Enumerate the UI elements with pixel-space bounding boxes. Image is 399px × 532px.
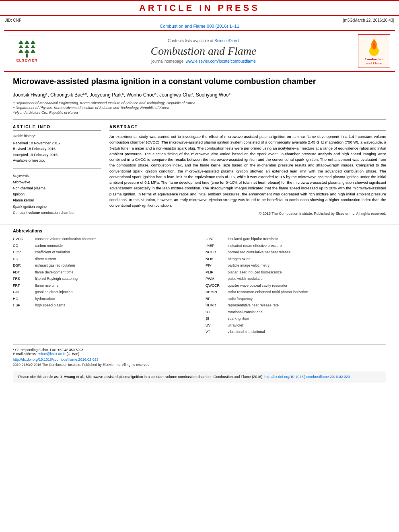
abbrev-code-nox: NOx [206,257,228,262]
affiliation-1: ᵃ Department of Mechanical Engineering, … [13,101,386,105]
divider-info [13,168,101,169]
abbrev-code-egr: EGR [13,263,35,269]
abstract-text: An experimental study was carried out to… [109,134,386,208]
journal-title: Combustion and Flame [49,45,358,58]
abbrev-code-qwccr: QWCCR [206,283,228,289]
abbrev-desc-co: carbon monoxide [35,243,193,249]
abbrev-si: SI spark ignition [206,316,386,322]
abbrev-desc-uv: ultraviolet [228,323,386,329]
issn-line: 0010-2180/© 2016 The Combustion Institut… [13,363,386,367]
abbrev-desc-hc: hydrocarbon [35,296,193,302]
abbreviations-right-col: IGBT insulated gate bipolar transistor I… [206,236,386,336]
abbrev-qwccr: QWCCR quarter wave coaxial cavity resona… [206,283,386,289]
abbrev-fdt: FDT flame development time [13,270,193,275]
homepage-link[interactable]: www.elsevier.com/locate/combustflame [186,59,256,64]
abbrev-desc-pwm: pulse width modulation [228,276,386,282]
abbrev-code-dc: DC [13,257,35,262]
abbrev-desc-plif: planar laser induced fluorescence [228,270,386,275]
abbrev-desc-vt: vibrational-translational [228,329,386,335]
abbrev-desc-si: spark ignition [228,316,386,322]
date-received: Received 10 November 2015 [13,140,101,146]
abbrev-desc-piv: particle image velocimetry [228,263,386,269]
keyword-5: Spark ignition engine [13,204,101,210]
contents-text: Contents lists available at [168,39,213,43]
abbrev-desc-egr: exhaust gas recirculation [35,263,193,269]
main-content: Microwave-assisted plasma ignition in a … [0,76,399,216]
abbrev-code-gdi: GDI [13,290,35,295]
contents-available-line: Contents lists available at ScienceDirec… [49,39,358,43]
abbrev-cov: COV coefficient of variation [13,250,193,255]
abbrev-code-cvcc: CVCC [13,236,35,242]
article-in-press-banner: ARTICLE IN PRESS [0,0,399,16]
abbrev-desc-rhrr: representative heat release rate [228,303,386,308]
abbreviations-left-col: CVCC constant volume combustion chamber … [13,236,193,336]
homepage-line: journal homepage: www.elsevier.com/locat… [49,59,358,64]
abbrev-code-pwm: PWM [206,276,228,282]
jid-left: JID: CNF [5,18,21,23]
abbrev-code-fdt: FDT [13,270,35,275]
abbrev-uv: UV ultraviolet [206,323,386,329]
keywords-list: Microwave Non-thermal plasma Ignition Fl… [13,179,101,216]
abbrev-rhrr: RHRR representative heat release rate [206,303,386,308]
journal-logo-flame-svg [366,37,382,57]
abbrev-gdi: GDI gasoline direct injection [13,290,193,295]
abbrev-frs: FRS filtered Rayleigh scattering [13,276,193,282]
abstract-title: ABSTRACT [109,125,386,131]
abbrev-code-si: SI [206,316,228,322]
journal-ref-text: Combustion and Flame 000 (2016) 1–11 [160,24,239,29]
journal-logo-text-line1: Combustion [364,57,383,61]
doi-link[interactable]: http://dx.doi.org/10.1016/j.combustflame… [13,357,386,362]
jid-right: [m5G;March 22, 2016;20:43] [343,18,394,23]
abbrev-code-frs: FRS [13,276,35,282]
abbrev-desc-gdi: gasoline direct injection [35,290,193,295]
abbrev-code-co: CO [13,243,35,249]
authors-line: Joonsik Hwangᵃ, Choongsik Baeᵃ*, Jooyoun… [13,91,386,99]
abbrev-desc-cov: coefficient of variation [35,250,193,255]
abbrev-pwm: PWM pulse width modulation [206,276,386,282]
email-address-link[interactable]: csbae@kaist.ac.kr [37,352,66,356]
abbrev-desc-rf: radio frequency [228,296,386,302]
abbrev-code-vt: VT [206,329,228,335]
header-center: Contents lists available at ScienceDirec… [49,39,358,64]
cite-doi-link[interactable]: http://dx.doi.org/10.1016/j.combustflame… [264,375,350,379]
abbrev-code-rempi: REMPI [206,290,228,295]
abbrev-desc-frt: flame rise time [35,283,193,289]
keywords-label: Keywords: [13,174,101,178]
keyword-3: Ignition [13,191,101,197]
abbrev-hc: HC hydrocarbon [13,296,193,302]
article-info-title: ARTICLE INFO [13,125,101,131]
abbrev-dc: DC direct current [13,257,193,262]
elsevier-logo-image: ELSEVIER [9,35,45,67]
abbrev-frt: FRT flame rise time [13,283,193,289]
sciencedirect-link[interactable]: ScienceDirect [214,39,239,43]
corresponding-note: * Corresponding author. Fax: +82 42 350 … [13,348,386,356]
journal-reference-line: Combustion and Flame 000 (2016) 1–11 [0,24,399,29]
email-label: E-mail address: [13,352,37,356]
abbrev-desc-igbt: insulated gate bipolar transistor [228,236,386,242]
abbrev-desc-hsp: high speed plasma [35,303,193,308]
journal-logo-text-line2: and Flame [366,61,383,65]
abbrev-desc-cvcc: constant volume combustion chamber [35,236,193,242]
abbreviations-title: Abbreviations [13,228,386,233]
abbrev-rf: RF radio frequency [206,296,386,302]
divider-1 [13,119,386,120]
homepage-text: journal homepage: [151,59,185,64]
elsevier-logo: ELSEVIER [9,35,49,67]
abbrev-desc-nox: nitrogen oxide [228,257,386,262]
abbrev-code-piv: PIV [206,263,228,269]
abbrev-igbt: IGBT insulated gate bipolar transistor [206,236,386,242]
corresponding-text: * Corresponding author. Fax: +82 42 350 … [13,348,84,352]
date-online: Available online xxx [13,158,101,163]
abbrev-code-hsp: HSP [13,303,35,308]
history-label: Article history: [13,134,101,138]
cite-text: Please cite this article as: J. Hwang et… [18,375,263,379]
jid-bar: JID: CNF [m5G;March 22, 2016;20:43] [0,17,399,24]
abbrev-hsp: HSP high speed plasma [13,303,193,308]
date-accepted: Accepted 19 February 2016 [13,152,101,158]
abbrev-code-plif: PLIF [206,270,228,275]
keyword-6: Constant volume combustion chamber [13,210,101,216]
abbrev-desc-qwccr: quarter wave coaxial cavity resonator [228,283,386,289]
citation-box: Please cite this article as: J. Hwang et… [13,371,386,384]
elsevier-brand-text: ELSEVIER [16,58,38,62]
date-revised: Revised 18 February 2016 [13,146,101,152]
